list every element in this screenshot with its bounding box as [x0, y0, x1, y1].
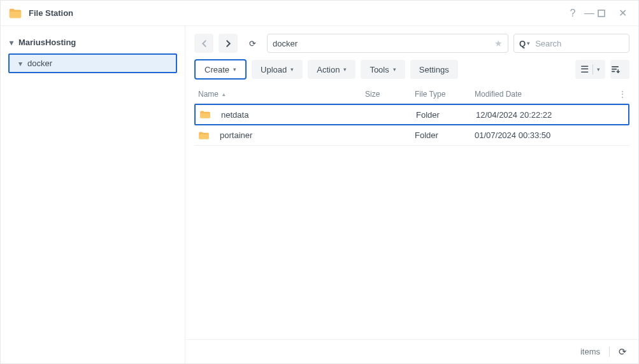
create-button[interactable]: Create▾: [194, 59, 247, 80]
tree-item-docker[interactable]: ▾ docker: [8, 53, 177, 73]
nav-forward-button[interactable]: [219, 34, 238, 53]
upload-button[interactable]: Upload▾: [252, 60, 303, 79]
chevron-down-icon: ▾: [343, 66, 347, 73]
search-input[interactable]: [535, 39, 639, 48]
window-title: File Station: [29, 8, 73, 18]
path-input[interactable]: [273, 39, 494, 48]
help-icon[interactable]: ?: [564, 8, 581, 19]
folder-icon: [198, 131, 210, 140]
table-row[interactable]: netdataFolder12/04/2024 20:22:22: [194, 104, 629, 125]
tree-item-label: docker: [27, 59, 52, 68]
column-size[interactable]: Size: [365, 90, 415, 99]
file-date: 12/04/2024 20:22:22: [476, 110, 614, 120]
chevron-down-icon: ▾: [233, 66, 236, 73]
nav-back-button[interactable]: [194, 34, 213, 53]
maximize-icon[interactable]: [598, 10, 614, 17]
tree-root[interactable]: ▾ MariusHosting: [6, 35, 180, 50]
file-type: Folder: [416, 110, 476, 120]
file-name: portainer: [220, 130, 252, 140]
settings-button[interactable]: Settings: [410, 60, 458, 79]
column-menu-icon[interactable]: ⋮: [615, 90, 629, 99]
search-icon: Q: [519, 39, 526, 48]
divider: [609, 347, 610, 357]
chevron-down-icon: ▾: [393, 66, 396, 73]
caret-down-icon: ▾: [18, 59, 27, 68]
search-box[interactable]: Q▾: [513, 34, 629, 53]
file-type: Folder: [415, 130, 475, 140]
table-row[interactable]: portainerFolder01/07/2024 00:33:50: [194, 125, 629, 146]
svg-rect-0: [598, 10, 605, 17]
reload-button[interactable]: ⟳: [243, 34, 262, 53]
sidebar: ▾ MariusHosting ▾ docker: [1, 26, 185, 363]
items-label: items: [580, 347, 600, 356]
chevron-down-icon: ▾: [597, 66, 600, 73]
chevron-down-icon: ▾: [291, 66, 294, 73]
sort-asc-icon: ▴: [222, 91, 226, 97]
file-date: 01/07/2024 00:33:50: [475, 130, 615, 140]
refresh-icon[interactable]: ⟳: [619, 346, 627, 358]
app-icon: [8, 6, 22, 20]
statusbar: items ⟳: [185, 339, 638, 363]
chevron-down-icon: ▾: [527, 40, 530, 46]
favorite-icon[interactable]: ★: [494, 38, 503, 48]
file-name: netdata: [221, 110, 248, 120]
column-name[interactable]: Name ▴: [194, 90, 365, 99]
sort-button[interactable]: [610, 60, 629, 79]
column-type[interactable]: File Type: [415, 90, 475, 99]
folder-icon: [199, 110, 211, 119]
caret-down-icon: ▾: [10, 38, 18, 47]
titlebar: File Station ? — ✕: [1, 1, 638, 26]
column-date[interactable]: Modified Date: [475, 90, 615, 99]
path-input-box[interactable]: ★: [267, 34, 508, 53]
view-mode-button[interactable]: ☰ ▾: [575, 60, 605, 79]
table-header: Name ▴ Size File Type Modified Date ⋮: [194, 85, 629, 104]
list-view-icon: ☰: [580, 64, 589, 75]
minimize-icon[interactable]: —: [581, 8, 598, 19]
close-icon[interactable]: ✕: [614, 7, 631, 19]
tools-button[interactable]: Tools▾: [361, 60, 405, 79]
tree-root-label: MariusHosting: [18, 38, 76, 47]
action-button[interactable]: Action▾: [308, 60, 355, 79]
